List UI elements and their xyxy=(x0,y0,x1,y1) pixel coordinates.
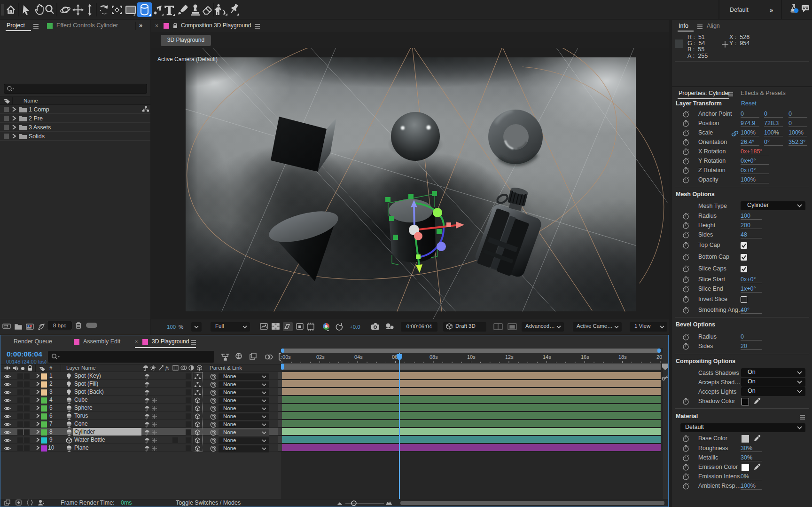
svg-text:Default: Default xyxy=(730,7,749,13)
svg-text:fx: fx xyxy=(165,365,169,371)
svg-text:»: » xyxy=(770,7,773,14)
